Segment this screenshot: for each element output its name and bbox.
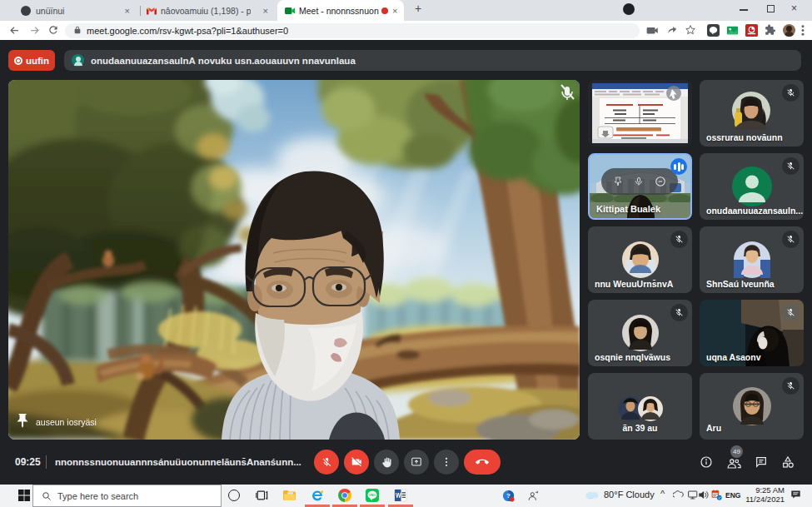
svg-text:auseun iosryäsi: auseun iosryäsi xyxy=(36,417,97,427)
